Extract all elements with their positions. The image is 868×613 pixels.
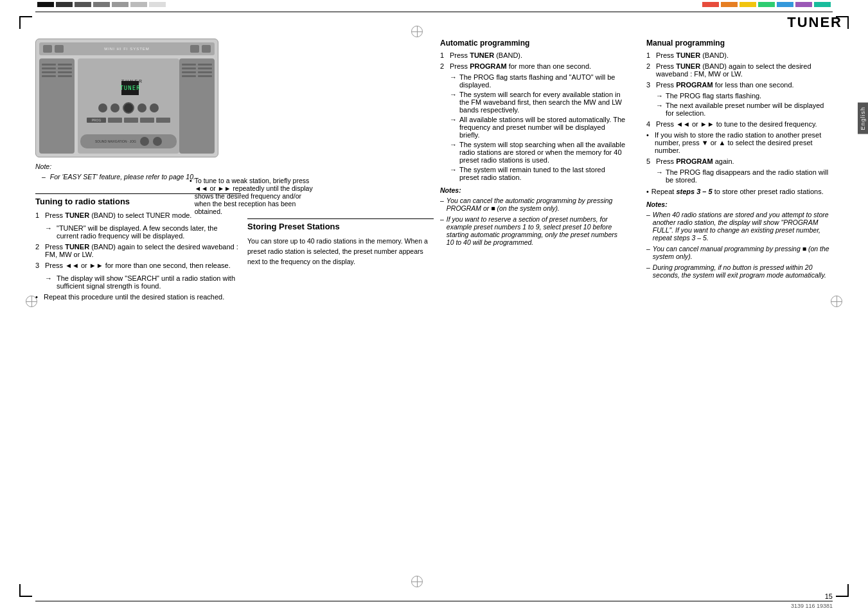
manual-step-4-text: Press ◄◄ or ►► to tune to the desired fr…: [656, 120, 817, 128]
manual-step-2-text: Press TUNER (BAND) again to select the d…: [656, 62, 833, 78]
tuning-steps: 1 Press TUNER (BAND) to select TUNER mod…: [35, 211, 241, 301]
reg-mark-br: [836, 584, 849, 597]
right-column: Automatic programming 1 Press TUNER (BAN…: [440, 39, 833, 256]
manual-note-1-text: When 40 radio stations are stored and yo…: [653, 211, 833, 242]
bullet-sym: •: [190, 177, 192, 184]
speaker-left: [39, 58, 75, 154]
auto-step-1: 1 Press TUNER (BAND).: [440, 51, 626, 59]
manual-sub-5: → The PROG flag disappears and the radio…: [646, 168, 833, 184]
tuning-step-3: 3 Press ◄◄ or ►► for more than one secon…: [35, 262, 241, 269]
step-text-2: Press TUNER (BAND) again to select the d…: [45, 243, 241, 258]
manual-sub-3a-text: The PROG flag starts flashing.: [666, 92, 761, 100]
storing-title: Storing Preset Stations: [247, 218, 434, 231]
auto-step-2-text: Press PROGRAM for more than one second.: [450, 62, 591, 70]
language-tab: English: [858, 103, 868, 134]
device-display: TUNER: [121, 81, 139, 95]
manual-steps: 1 Press TUNER (BAND). 2 Press TUNER (BAN…: [646, 51, 833, 89]
device-main-body: TUNER TUNER CD 1·2·3 BAND TAPE CDR: [78, 58, 179, 154]
tuning-step-3-sub: → The display will show "SEARCH" until a…: [35, 272, 241, 290]
manual-note-1: – When 40 radio stations are stored and …: [646, 211, 833, 242]
auto-sub-2: → The system will search for every avail…: [450, 91, 626, 114]
storing-content: Storing Preset Stations You can store up…: [247, 218, 434, 267]
manual-step-1: 1 Press TUNER (BAND).: [646, 51, 833, 59]
manual-notes-title: Notes:: [646, 200, 833, 208]
manual-notes: Notes: – When 40 radio stations are stor…: [646, 200, 833, 279]
top-line: [35, 12, 833, 12]
tuning-step-2: 2 Press TUNER (BAND) again to select the…: [35, 243, 241, 258]
manual-step-3: 3 Press PROGRAM for less than one second…: [646, 81, 833, 89]
manual-note-3-text: During programming, if no button is pres…: [653, 263, 833, 279]
speaker-right: [179, 58, 215, 154]
device-illustration: MINI HI FI SYSTEM TUNER: [35, 39, 218, 157]
auto-note-1: – You can cancel the automatic programmi…: [440, 197, 626, 212]
manual-repeat-text: Repeat steps 3 – 5 to store other preset…: [651, 188, 824, 195]
manual-section: Manual programming 1 Press TUNER (BAND).…: [646, 39, 833, 279]
tuning-step-1-sub: → "TUNER" will be displayed. A few secon…: [35, 222, 241, 240]
note-text-1: For 'EASY SET' feature, please refer to …: [50, 173, 195, 181]
step-text-3: Press ◄◄ or ►► for more than one second,…: [45, 262, 231, 269]
auto-sub-1: → The PROG flag starts flashing and "AUT…: [450, 73, 626, 89]
step-3-arrow: → The display will show "SEARCH" until a…: [45, 274, 241, 290]
auto-sub-1-text: The PROG flag starts flashing and "AUTO"…: [459, 73, 626, 89]
auto-step-1-text: Press TUNER (BAND).: [450, 51, 522, 59]
device-label: MINI HI FI SYSTEM: [66, 47, 188, 51]
auto-note-2-text: If you want to reserve a section of pres…: [447, 215, 626, 246]
step-num-3: 3: [35, 262, 42, 269]
crosshair-top: [411, 26, 423, 37]
device-display-text: TUNER: [120, 85, 140, 91]
manual-step-2: 2 Press TUNER (BAND) again to select the…: [646, 62, 833, 78]
auto-sub-2-text: The system will search for every availab…: [459, 91, 626, 114]
manual-step-3-text: Press PROGRAM for less than one second.: [656, 81, 794, 89]
left-column: MINI HI FI SYSTEM TUNER: [35, 39, 241, 304]
product-code: 3139 116 19381: [791, 603, 833, 609]
manual-step-5: 5 Press PROGRAM again.: [646, 157, 833, 165]
manual-step-4: 4 Press ◄◄ or ►► to tune to the desired …: [646, 120, 833, 128]
auto-sub-5: → The system will remain tuned to the la…: [450, 166, 626, 181]
manual-note-2: – You can cancel manual programming by p…: [646, 245, 833, 260]
auto-note-2: – If you want to reserve a section of pr…: [440, 215, 626, 246]
auto-note-1-text: You can cancel the automatic programming…: [447, 197, 626, 212]
manual-note-3: – During programming, if no button is pr…: [646, 263, 833, 279]
auto-sub-3-text: All available stations will be stored au…: [459, 116, 626, 139]
manual-steps-4-5: 4 Press ◄◄ or ►► to tune to the desired …: [646, 120, 833, 165]
manual-step-5-text: Press PROGRAM again.: [656, 157, 734, 165]
step-3-sub-text: The display will show "SEARCH" until a r…: [57, 274, 241, 290]
manual-title: Manual programming: [646, 39, 833, 48]
page-number: 15: [825, 592, 833, 600]
reg-mark-bl: [19, 584, 32, 597]
manual-sub-3: → The PROG flag starts flashing. → The n…: [646, 92, 833, 117]
step-num-1: 1: [35, 211, 42, 219]
auto-sub-4-text: The system will stop searching when all …: [459, 141, 626, 164]
manual-sub-3b-text: The next available preset number will be…: [666, 102, 833, 117]
step-text-1: Press TUNER (BAND) to select TUNER mode.: [45, 211, 191, 219]
step-num-2: 2: [35, 243, 42, 251]
step-1-sub-text: "TUNER" will be displayed. A few seconds…: [57, 224, 241, 240]
step-1-arrow: → "TUNER" will be displayed. A few secon…: [45, 224, 241, 240]
auto-step-2: 2 Press PROGRAM for more than one second…: [440, 62, 626, 70]
manual-sub-5a: → The PROG flag disappears and the radio…: [656, 168, 833, 184]
tuning-bullet-text: Repeat this procedure until the desired …: [44, 293, 224, 301]
manual-step-4b-text: If you wish to store the radio station t…: [655, 131, 833, 154]
manual-note-2-text: You can cancel manual programming by pre…: [653, 245, 833, 260]
auto-notes-title: Notes:: [440, 186, 626, 194]
note-title: Note:: [35, 163, 241, 170]
storing-section: Storing Preset Stations You can store up…: [247, 39, 434, 267]
manual-repeat-bullet: • Repeat steps 3 – 5 to store other pres…: [646, 188, 833, 195]
reg-mark-tl: [19, 16, 32, 29]
bottom-line: [35, 601, 833, 601]
manual-sub-5a-text: The PROG flag disappears and the radio s…: [666, 168, 833, 184]
auto-sub-4: → The system will stop searching when al…: [450, 141, 626, 164]
auto-sub-list: → The PROG flag starts flashing and "AUT…: [440, 73, 626, 181]
page-title: TUNER: [787, 14, 842, 31]
auto-sub-3: → All available stations will be stored …: [450, 116, 626, 139]
manual-sub-3a: → The PROG flag starts flashing.: [656, 92, 833, 100]
auto-notes: Notes: – You can cancel the automatic pr…: [440, 186, 626, 246]
auto-sub-5-text: The system will remain tuned to the last…: [459, 166, 626, 181]
manual-sub-3b: → The next available preset number will …: [656, 102, 833, 117]
auto-steps: 1 Press TUNER (BAND). 2 Press PROGRAM fo…: [440, 51, 626, 70]
storing-intro: You can store up to 40 radio stations in…: [247, 236, 434, 267]
tuning-bullet: • Repeat this procedure until the desire…: [35, 293, 241, 301]
manual-step-4b: • If you wish to store the radio station…: [646, 131, 833, 154]
auto-section: Automatic programming 1 Press TUNER (BAN…: [440, 39, 626, 246]
manual-step-1-text: Press TUNER (BAND).: [656, 51, 729, 59]
